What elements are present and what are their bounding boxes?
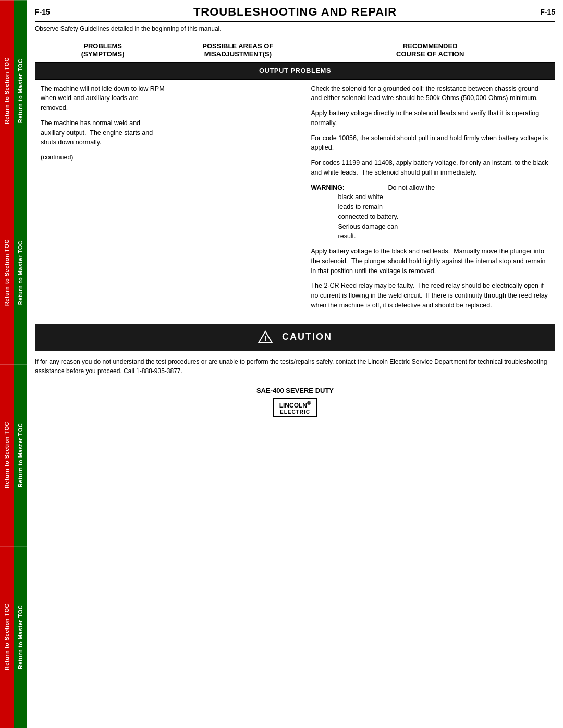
col-header-problems: PROBLEMS(SYMPTOMS)	[35, 38, 170, 63]
safety-note: Observe Safety Guidelines detailed in th…	[35, 25, 555, 32]
action-cell: Check the solenoid for a grounded coil; …	[305, 79, 555, 315]
caution-box: ! CAUTION	[35, 324, 555, 351]
lincoln-logo: LINCOLN® ELECTRIC	[273, 398, 317, 417]
section-label: OUTPUT PROBLEMS	[35, 63, 555, 80]
sidebar-tab-section-1[interactable]: Return to Section TOC	[0, 0, 14, 182]
warning-block: WARNING: Do not allow the black and whit…	[311, 183, 549, 242]
problem-p1: The machine will not idle down to low RP…	[41, 84, 165, 113]
caution-triangle-icon: !	[258, 330, 273, 344]
warning-text: Do not allow the black and white leads t…	[311, 184, 435, 240]
col-header-action: RECOMMENDEDCOURSE OF ACTION	[305, 38, 555, 63]
caution-note: If for any reason you do not understand …	[35, 357, 555, 376]
page-code-left: F-15	[35, 8, 50, 16]
table-row: The machine will not idle down to low RP…	[35, 79, 555, 315]
page-code-right: F-15	[540, 8, 555, 16]
sidebar-tab-section-2[interactable]: Return to Section TOC	[0, 182, 14, 364]
action-p6: Apply battery voltage to the black and r…	[311, 246, 549, 276]
footer-product: SAE-400 SEVERE DUTY	[35, 387, 555, 394]
problems-cell: The machine will not idle down to low RP…	[35, 79, 170, 315]
sidebar-tab-master-2[interactable]: Return to Master TOC	[14, 182, 27, 364]
brand-reg: ®	[307, 400, 311, 406]
action-p3: For code 10856, the solenoid should pull…	[311, 133, 549, 153]
action-p4: For codes 11199 and 11408, apply battery…	[311, 158, 549, 178]
warning-label: WARNING:	[311, 184, 345, 191]
misadj-cell	[170, 79, 305, 315]
sidebar-tab-section-4[interactable]: Return to Section TOC	[0, 546, 14, 728]
triangle-warning-icon: !	[258, 330, 273, 344]
action-p7: The 2-CR Reed relay may be faulty. The r…	[311, 281, 549, 310]
caution-label: CAUTION	[282, 331, 332, 342]
footer: SAE-400 SEVERE DUTY LINCOLN® ELECTRIC	[35, 381, 555, 417]
action-p2: Apply battery voltage directly to the so…	[311, 108, 549, 128]
trouble-table: PROBLEMS(SYMPTOMS) POSSIBLE AREAS OFMISA…	[35, 38, 555, 315]
action-p1: Check the solenoid for a grounded coil; …	[311, 84, 549, 104]
page-title: TROUBLESHOOTING AND REPAIR	[193, 5, 397, 19]
sidebar-tab-master-4[interactable]: Return to Master TOC	[14, 546, 27, 728]
section-header-row: OUTPUT PROBLEMS	[35, 63, 555, 80]
page-header: F-15 TROUBLESHOOTING AND REPAIR F-15	[35, 5, 555, 22]
brand-sub: ELECTRIC	[279, 409, 311, 415]
svg-text:!: !	[264, 335, 267, 343]
problem-text: The machine will not idle down to low RP…	[41, 84, 165, 163]
problem-p3: (continued)	[41, 153, 165, 163]
sidebar-tab-section-3[interactable]: Return to Section TOC	[0, 364, 14, 546]
brand-name: LINCOLN®	[279, 402, 311, 409]
action-text: Check the solenoid for a grounded coil; …	[311, 84, 549, 311]
main-content: F-15 TROUBLESHOOTING AND REPAIR F-15 Obs…	[27, 0, 563, 425]
col-header-misadj: POSSIBLE AREAS OFMISADJUSTMENT(S)	[170, 38, 305, 63]
sidebar-tab-master-3[interactable]: Return to Master TOC	[14, 364, 27, 546]
problem-p2: The machine has normal weld and auxiliar…	[41, 118, 165, 147]
sidebar-tab-master-1[interactable]: Return to Master TOC	[14, 0, 27, 182]
sidebar: Return to Section TOC Return to Section …	[0, 0, 27, 728]
